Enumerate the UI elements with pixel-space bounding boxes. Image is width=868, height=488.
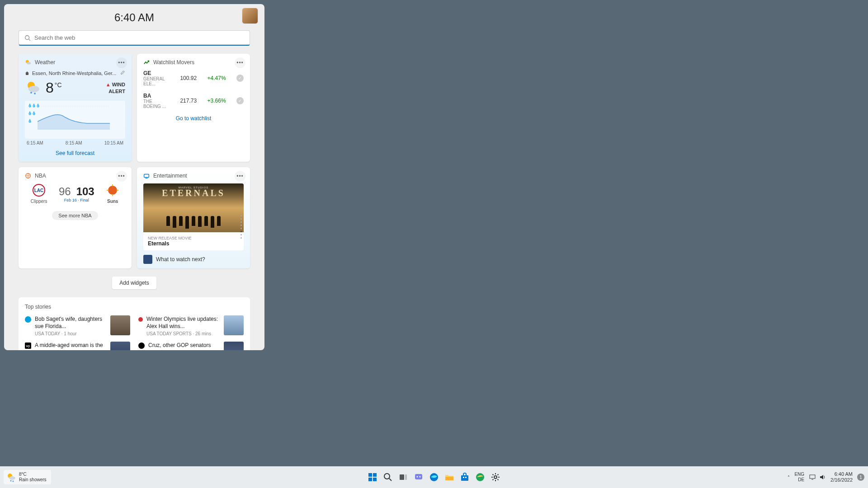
svg-rect-26: [400, 474, 404, 480]
see-more-nba-link[interactable]: See more NBA: [52, 211, 98, 220]
weather-unit: °C: [55, 81, 62, 89]
edit-location-button[interactable]: [120, 70, 125, 76]
panel-time: 6:40 AM: [114, 11, 154, 24]
weather-widget[interactable]: Weather ••• Essen, North Rhine-Westphali…: [19, 54, 132, 162]
watchlist-widget[interactable]: Watchlist Movers ••• GEGENERAL ELE... 10…: [137, 54, 250, 162]
svg-rect-14: [144, 174, 149, 178]
user-avatar[interactable]: [242, 8, 258, 24]
weather-alert[interactable]: ▲ WIND ALERT: [106, 81, 125, 94]
taskbar-center: [366, 471, 502, 483]
source-icon: [25, 316, 31, 323]
task-view-button[interactable]: [397, 471, 410, 483]
weather-location: Essen, North Rhine-Westphalia, Ger...: [32, 70, 116, 76]
top-stories-title: Top stories: [25, 304, 244, 310]
chart-time-3: 10:15 AM: [104, 141, 123, 145]
svg-rect-35: [465, 477, 467, 478]
edge-canary-button[interactable]: [474, 471, 486, 483]
svg-point-6: [30, 92, 32, 94]
watchlist-more-button[interactable]: •••: [235, 57, 245, 68]
svg-rect-23: [373, 478, 377, 481]
what-to-watch-link[interactable]: What to watch next?: [143, 255, 244, 264]
chart-time-2: 8:15 AM: [66, 141, 82, 145]
store-button[interactable]: [458, 471, 471, 483]
story-thumb: [110, 315, 130, 335]
pencil-icon: [120, 70, 125, 75]
weather-chart: 💧💧💧💧💧💧: [25, 101, 125, 139]
explorer-button[interactable]: [443, 471, 456, 483]
entertainment-more-button[interactable]: •••: [235, 171, 245, 182]
top-stories-widget: Top stories Bob Saget's wife, daughters …: [19, 297, 250, 350]
notification-badge[interactable]: 1: [857, 474, 864, 481]
network-icon: [809, 474, 816, 481]
live-icon: [138, 317, 143, 322]
suns-logo: [106, 183, 119, 197]
more-icon: •••: [118, 60, 125, 66]
stock-row[interactable]: GEGENERAL ELE... 100.92 +4.47% ✓: [143, 70, 244, 86]
story-thumb: [224, 315, 244, 335]
clippers-logo: LAC: [32, 183, 46, 197]
entertainment-widget[interactable]: Entertainment ••• MARVEL STUDIOS ETERNAL…: [137, 167, 250, 268]
svg-point-36: [476, 473, 484, 481]
more-icon: •••: [236, 60, 244, 66]
svg-rect-38: [810, 475, 815, 479]
svg-point-0: [25, 35, 29, 39]
add-widgets-button[interactable]: Add widgets: [112, 277, 156, 289]
svg-point-30: [420, 476, 421, 478]
basketball-icon: [25, 173, 31, 179]
check-icon: ✓: [236, 97, 244, 104]
watchlist-title: Watchlist Movers: [153, 59, 194, 66]
svg-rect-22: [368, 478, 372, 481]
edge-button[interactable]: [428, 471, 440, 483]
search-button[interactable]: [382, 471, 394, 483]
show-hidden-icons[interactable]: ˄: [788, 475, 790, 480]
nba-widget[interactable]: NBA ••• LAC Clippers 96 103 Feb 16 · Fin…: [19, 167, 132, 268]
search-bar[interactable]: [19, 30, 250, 46]
see-full-forecast-link[interactable]: See full forecast: [25, 150, 125, 156]
home-icon: [25, 71, 29, 75]
svg-point-29: [417, 476, 418, 478]
movie-title: Eternals: [148, 240, 239, 247]
check-icon: ✓: [236, 75, 244, 82]
panel-header: 6:40 AM: [19, 11, 250, 24]
svg-point-37: [494, 476, 497, 479]
weather-temp: 8: [46, 80, 54, 96]
svg-rect-21: [373, 473, 377, 477]
svg-rect-27: [405, 474, 407, 480]
weather-title: Weather: [35, 59, 55, 66]
chat-button[interactable]: [412, 471, 425, 483]
svg-point-17: [9, 476, 15, 480]
svg-point-13: [108, 186, 117, 195]
taskbar-weather[interactable]: 8°CRain showers: [4, 470, 51, 484]
language-switcher[interactable]: ENGDE: [794, 472, 804, 483]
movie-poster[interactable]: MARVEL STUDIOS ETERNALS: [143, 183, 244, 232]
nba-more-button[interactable]: •••: [116, 171, 127, 182]
more-icon: •••: [236, 174, 244, 179]
taskbar-clock[interactable]: 6:40 AM2/16/2022: [830, 471, 853, 483]
volume-icon: [819, 474, 826, 481]
story-item[interactable]: Winter Olympics live updates: Alex Hall …: [138, 315, 244, 336]
game-status: Feb 16 · Final: [59, 198, 94, 202]
go-to-watchlist-link[interactable]: Go to watchlist: [143, 115, 244, 122]
search-input[interactable]: [34, 34, 244, 41]
svg-point-3: [27, 62, 31, 64]
stock-row[interactable]: BATHE BOEING ... 217.73 +3.66% ✓: [143, 93, 244, 109]
system-tray[interactable]: [809, 474, 826, 481]
svg-point-19: [13, 481, 14, 482]
story-item[interactable]: Cruz, other GOP senators oppose no-fly l…: [138, 342, 244, 350]
settings-button[interactable]: [489, 471, 502, 483]
movie-tag: NEW RELEASE MOVIE: [148, 236, 239, 240]
carousel-dots[interactable]: [241, 215, 242, 239]
svg-rect-20: [368, 473, 372, 477]
start-button[interactable]: [366, 471, 379, 483]
story-item[interactable]: Bob Saget's wife, daughters sue Florida.…: [25, 315, 130, 336]
weather-more-button[interactable]: •••: [116, 57, 127, 68]
story-thumb: [110, 342, 130, 350]
alert-icon: ▲: [106, 82, 111, 87]
svg-point-7: [34, 93, 36, 94]
svg-rect-33: [461, 475, 468, 481]
svg-point-24: [384, 474, 390, 479]
svg-line-25: [389, 479, 392, 481]
svg-line-1: [29, 39, 31, 41]
search-icon: [24, 35, 31, 41]
story-item[interactable]: wp A middle-aged woman is the third pati…: [25, 342, 130, 350]
